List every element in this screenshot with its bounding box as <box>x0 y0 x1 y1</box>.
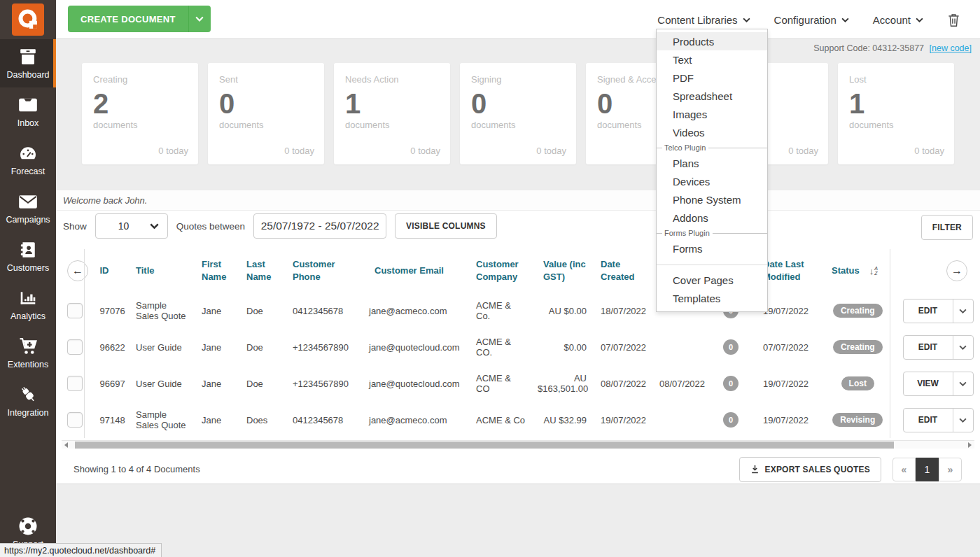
new-code-link[interactable]: [new code] <box>930 43 972 53</box>
create-document-label[interactable]: CREATE DOCUMENT <box>68 6 188 32</box>
sidebar-item-inbox[interactable]: Inbox <box>0 87 56 136</box>
scrollbar-left-arrow[interactable] <box>64 442 68 448</box>
menu-item-text[interactable]: Text <box>657 50 767 69</box>
card-unit: documents <box>93 120 187 130</box>
scroll-left-cell: ← <box>62 249 84 292</box>
sidebar-item-integration[interactable]: Integration <box>0 377 56 425</box>
menu-item-cover-pages[interactable]: Cover Pages <box>657 271 767 289</box>
cell-value: $0.00 <box>532 329 595 365</box>
documents-panel: Welcome back John. Show 10 Quotes betwee… <box>56 190 980 484</box>
menu-item-phone-system[interactable]: Phone System <box>657 190 767 209</box>
visible-columns-button[interactable]: VISIBLE COLUMNS <box>395 213 497 239</box>
table-row: 97076 Sample Sales Quote Jane Doe 041234… <box>62 292 974 329</box>
header-id[interactable]: ID <box>84 249 127 292</box>
date-range-input[interactable] <box>253 213 386 239</box>
row-action-caret[interactable] <box>953 409 973 432</box>
header-status[interactable]: Status↓AZ <box>826 249 890 292</box>
stat-card-lost: Lost 1 documents 0 today <box>838 63 954 164</box>
header-date-created[interactable]: Date Created <box>595 249 657 292</box>
card-today: 0 today <box>788 146 818 156</box>
menu-item-pdf[interactable]: PDF <box>657 69 767 87</box>
sidebar-item-label: Extentions <box>8 360 48 369</box>
plug-icon <box>19 385 37 404</box>
header-value[interactable]: Value (inc GST) <box>532 249 595 292</box>
cell-id: 97148 <box>84 402 127 438</box>
cell-id: 96622 <box>84 329 127 365</box>
sidebar-item-forecast[interactable]: Forecast <box>0 136 56 184</box>
row-action-caret[interactable] <box>953 336 973 359</box>
support-code-text: Support Code: 04312-35877 <box>813 43 924 53</box>
cart-plus-icon <box>18 337 38 356</box>
pagination-prev-button[interactable]: « <box>892 458 916 481</box>
footer-actions: EXPORT SALES QUOTES « 1 » <box>739 457 962 482</box>
row-action-label[interactable]: EDIT <box>904 299 953 323</box>
header-first-name[interactable]: First Name <box>192 249 237 292</box>
create-document-button[interactable]: CREATE DOCUMENT <box>68 6 211 32</box>
row-checkbox[interactable] <box>67 412 83 428</box>
row-action-button[interactable]: EDIT <box>903 335 974 360</box>
row-action-caret[interactable] <box>953 299 973 323</box>
menu-account[interactable]: Account <box>873 14 923 26</box>
gauge-icon <box>18 143 38 163</box>
menu-item-devices[interactable]: Devices <box>657 172 767 190</box>
menu-item-templates[interactable]: Templates <box>657 289 767 307</box>
menu-item-videos[interactable]: Videos <box>657 123 767 141</box>
sidebar-item-extentions[interactable]: Extentions <box>0 329 56 377</box>
create-document-caret[interactable] <box>188 6 211 32</box>
sidebar-item-label: Customers <box>7 263 49 273</box>
row-action-button[interactable]: EDIT <box>903 408 974 432</box>
card-value: 0 <box>219 89 313 118</box>
row-action-label[interactable]: VIEW <box>904 372 953 395</box>
menu-content-libraries[interactable]: Content Libraries <box>657 14 750 26</box>
row-checkbox[interactable] <box>67 303 83 318</box>
menu-item-products[interactable]: Products <box>657 32 767 50</box>
sidebar-item-dashboard[interactable]: Dashboard <box>0 39 56 87</box>
row-action-button[interactable]: VIEW <box>903 372 974 396</box>
header-customer-phone[interactable]: Customer Phone <box>281 249 355 292</box>
show-select-value: 10 <box>118 220 130 232</box>
header-status-label: Status <box>832 265 860 276</box>
card-value: 1 <box>849 89 943 118</box>
row-action-button[interactable]: EDIT <box>903 299 974 323</box>
pagination-current-page[interactable]: 1 <box>916 458 939 481</box>
status-badge: Creating <box>833 304 883 318</box>
trash-button[interactable] <box>947 13 960 27</box>
header-title[interactable]: Title <box>127 249 192 292</box>
show-select[interactable]: 10 <box>95 213 168 239</box>
bar-chart-icon <box>19 288 37 308</box>
export-sales-quotes-button[interactable]: EXPORT SALES QUOTES <box>739 457 882 482</box>
chevron-down-icon <box>959 418 967 423</box>
row-action-caret[interactable] <box>953 372 973 395</box>
scroll-right-button[interactable]: → <box>946 260 967 281</box>
menu-configuration[interactable]: Configuration <box>774 14 849 26</box>
filter-button[interactable]: FILTER <box>921 215 973 240</box>
row-checkbox[interactable] <box>67 376 83 391</box>
header-customer-email[interactable]: Customer Email <box>355 249 463 292</box>
header-last-name[interactable]: Last Name <box>237 249 281 292</box>
cell-title: User Guide <box>127 329 192 365</box>
cell-count: 0 <box>714 402 748 438</box>
scrollbar-thumb[interactable] <box>75 442 894 449</box>
menu-item-plans[interactable]: Plans <box>657 154 767 172</box>
quotecloud-logo[interactable] <box>12 3 44 36</box>
menu-item-addons[interactable]: Addons <box>657 209 767 227</box>
cell-id: 96697 <box>84 365 127 402</box>
menu-item-forms[interactable]: Forms <box>657 239 767 258</box>
menu-item-spreadsheet[interactable]: Spreadsheet <box>657 87 767 105</box>
sort-alpha-icon[interactable]: ↓AZ <box>869 265 878 278</box>
row-action-label[interactable]: EDIT <box>904 409 953 432</box>
sidebar-item-analytics[interactable]: Analytics <box>0 281 56 329</box>
cell-first-name: Jane <box>192 292 237 329</box>
status-badge: Lost <box>841 376 874 390</box>
scrollbar-right-arrow[interactable] <box>968 442 972 448</box>
cell-email: jane@acmeco.com <box>355 402 463 438</box>
sidebar-item-campaigns[interactable]: Campaigns <box>0 184 56 232</box>
stat-card-sent: Sent 0 documents 0 today <box>208 63 324 164</box>
cell-last-name: Doe <box>237 292 281 329</box>
sidebar-item-customers[interactable]: Customers <box>0 232 56 281</box>
menu-item-images[interactable]: Images <box>657 105 767 123</box>
header-customer-company[interactable]: Customer Company <box>463 249 532 292</box>
row-action-label[interactable]: EDIT <box>904 336 953 359</box>
pagination-next-button[interactable]: » <box>939 458 962 481</box>
row-checkbox[interactable] <box>67 339 83 355</box>
